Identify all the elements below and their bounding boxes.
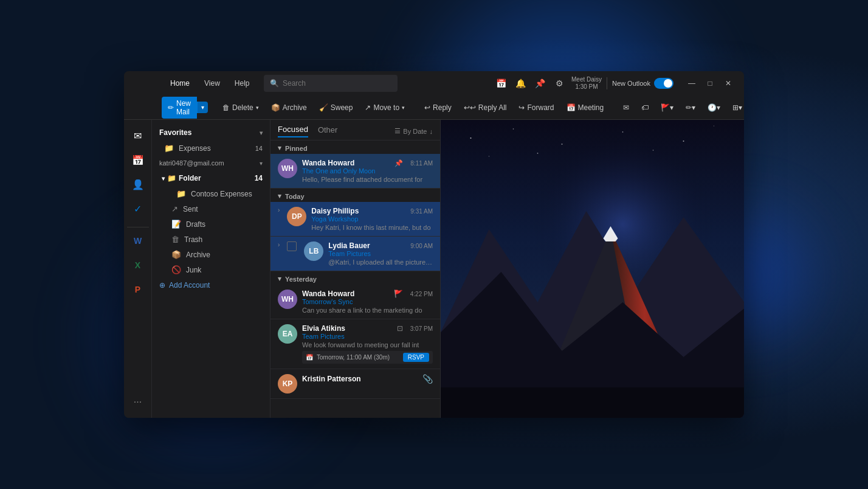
tab-help[interactable]: Help	[229, 77, 256, 90]
reply-all-button[interactable]: ↩↩ Reply All	[459, 101, 512, 114]
sweep-icon: 🧹	[319, 103, 328, 112]
maximize-button[interactable]: □	[701, 75, 718, 92]
reading-pane	[441, 120, 744, 418]
email-content-wanda-pinned: Wanda Howard 📌 8:11 AM The One and Only …	[302, 159, 433, 183]
filter-icon: ☰	[394, 127, 401, 135]
reply-button[interactable]: ↩ Reply	[419, 101, 456, 114]
rsvp-button[interactable]: RSVP	[403, 353, 429, 362]
add-account-button[interactable]: ⊕ Add Account	[152, 277, 270, 293]
sidebar-item-more[interactable]: ···	[127, 391, 149, 413]
folder-item-drafts[interactable]: 📝 Drafts	[157, 217, 270, 232]
email-content-kristin: Kristin Patterson 📎	[302, 374, 433, 384]
email-icon-btn[interactable]: ✉	[618, 101, 634, 114]
account-header[interactable]: katri0487@gmail.com ▾	[152, 156, 270, 170]
sidebar-item-excel[interactable]: X	[127, 254, 149, 276]
email-item-elvia[interactable]: EA Elvia Atikins ⊡ 3:07 PM Team Pictures…	[270, 319, 440, 369]
email-checkbox-lydia[interactable]	[287, 241, 297, 251]
sidebar-item-contacts[interactable]: 👤	[127, 173, 149, 195]
sidebar-item-mail[interactable]: ✉	[127, 125, 149, 147]
forward-button[interactable]: ↪ Forward	[514, 101, 559, 114]
sidebar-item-calendar[interactable]: 📅	[127, 149, 149, 171]
my-day-icon[interactable]: 📅	[494, 76, 508, 91]
minimize-button[interactable]: —	[683, 75, 700, 92]
main-content: ✉ 📅 👤 ✓ W X P ··· Favorites ▾ 📁 Expenses…	[124, 120, 744, 418]
email-item-daisy[interactable]: › DP Daisy Phillips 9:31 AM Yoga Worksho…	[270, 202, 440, 237]
history-button[interactable]: 🕐▾	[703, 101, 725, 114]
new-mail-button[interactable]: ✏ New Mail	[162, 97, 197, 119]
archive-folder-icon: 📦	[171, 250, 181, 259]
search-bar[interactable]: 🔍	[264, 75, 398, 92]
settings-icon[interactable]: ⚙	[552, 76, 567, 91]
favorites-header[interactable]: Favorites ▾	[152, 125, 270, 140]
folder-sidebar: Favorites ▾ 📁 Expenses 14 katri0487@gmai…	[152, 120, 270, 418]
group-header-pinned[interactable]: ▾ Pinned	[270, 140, 440, 154]
drafts-icon: 📝	[171, 220, 181, 229]
move-to-button[interactable]: ↗ Move to ▾	[360, 101, 410, 114]
forward-icon: ↪	[518, 103, 525, 112]
email-item-wanda-yesterday[interactable]: WH Wanda Howard 🚩 4:22 PM Tomorrow's Syn…	[270, 285, 440, 319]
tag-button[interactable]: 🏷	[636, 101, 653, 114]
folder-subsection: ▾ 📁 Folder 14 📁 Contoso Expenses ↗ Sent …	[152, 170, 270, 277]
new-mail-button-group: ✏ New Mail ▾	[162, 97, 208, 119]
folder-item-expenses[interactable]: 📁 Expenses 14	[152, 140, 270, 156]
attachment-icon: 📎	[422, 374, 433, 384]
email-content-elvia: Elvia Atikins ⊡ 3:07 PM Team Pictures We…	[302, 324, 433, 364]
edit-button[interactable]: ✏▾	[681, 101, 700, 114]
tab-focused[interactable]: Focused	[278, 125, 308, 137]
svg-point-7	[714, 125, 714, 126]
folder-item-archive[interactable]: 📦 Archive	[157, 247, 270, 262]
sweep-button[interactable]: 🧹 Sweep	[314, 101, 358, 114]
tab-other[interactable]: Other	[318, 125, 338, 137]
expand-lydia-icon[interactable]: ›	[278, 241, 280, 248]
expand-thread-icon[interactable]: ›	[278, 207, 280, 213]
email-item-wanda-pinned[interactable]: WH Wanda Howard 📌 8:11 AM The One and On…	[270, 154, 440, 189]
view-options-button[interactable]: ⊞▾	[728, 101, 744, 114]
sidebar-item-word[interactable]: W	[127, 230, 149, 252]
title-bar: Home View Help 🔍 📅 🔔 📌 ⚙ Meet Daisy 1:30…	[124, 71, 744, 95]
svg-point-8	[489, 156, 489, 156]
search-input[interactable]	[283, 79, 391, 88]
email-item-lydia[interactable]: › LB Lydia Bauer 9:00 AM Team Pictures @…	[270, 237, 440, 271]
svg-point-5	[622, 131, 624, 133]
pin-icon[interactable]: 📌	[532, 76, 547, 91]
new-mail-dropdown-button[interactable]: ▾	[197, 102, 208, 113]
folder-item-trash[interactable]: 🗑 Trash	[157, 232, 270, 247]
delete-button[interactable]: 🗑 Delete ▾	[218, 101, 264, 114]
tab-view[interactable]: View	[198, 77, 226, 90]
email-content-daisy: Daisy Phillips 9:31 AM Yoga Workshop Hey…	[311, 207, 433, 231]
reply-icon: ↩	[424, 103, 430, 112]
app-window: Home View Help 🔍 📅 🔔 📌 ⚙ Meet Daisy 1:30…	[124, 71, 744, 418]
archive-icon: 📦	[271, 103, 280, 112]
meeting-button[interactable]: 📅 Meeting	[562, 101, 609, 114]
folder-section-header[interactable]: ▾ 📁 Folder 14	[157, 170, 270, 186]
group-header-yesterday[interactable]: ▾ Yesterday	[270, 271, 440, 285]
tab-home[interactable]: Home	[164, 77, 196, 90]
email-item-kristin[interactable]: KP Kristin Patterson 📎	[270, 369, 440, 399]
new-outlook-switch[interactable]	[654, 78, 673, 89]
svg-point-3	[513, 128, 514, 130]
mountain-scene	[441, 120, 744, 418]
trash-icon: 🗑	[171, 235, 179, 244]
email-list: Focused Other ☰ By Date ↓ ▾ Pinned	[270, 120, 441, 418]
add-account-icon: ⊕	[159, 281, 165, 290]
group-collapse-icon: ▾	[278, 144, 281, 152]
flag-icon-wanda: 🚩	[394, 290, 403, 298]
avatar-daisy: DP	[287, 207, 306, 226]
folder-item-junk[interactable]: 🚫 Junk	[157, 262, 270, 277]
email-sort[interactable]: ☰ By Date ↓	[394, 127, 433, 135]
new-outlook-toggle: New Outlook	[612, 78, 673, 89]
archive-button[interactable]: 📦 Archive	[266, 101, 312, 114]
folder-item-sent[interactable]: ↗ Sent	[157, 201, 270, 217]
pinned-icon: 📌	[394, 159, 403, 167]
close-button[interactable]: ✕	[720, 75, 737, 92]
folder-item-contoso[interactable]: 📁 Contoso Expenses	[157, 186, 270, 201]
sort-direction-icon: ↓	[430, 128, 433, 135]
notification-icon[interactable]: 🔔	[513, 76, 528, 91]
flag-dropdown-button[interactable]: 🚩▾	[656, 101, 678, 114]
group-header-today[interactable]: ▾ Today	[270, 189, 440, 202]
sidebar-item-powerpoint[interactable]: P	[127, 279, 149, 300]
title-bar-right: 📅 🔔 📌 ⚙ Meet Daisy 1:30 PM New Outlook —…	[494, 75, 737, 92]
sidebar-item-tasks[interactable]: ✓	[127, 198, 149, 220]
avatar-wanda-yesterday: WH	[278, 290, 297, 309]
avatar-wanda-pinned: WH	[278, 159, 297, 178]
